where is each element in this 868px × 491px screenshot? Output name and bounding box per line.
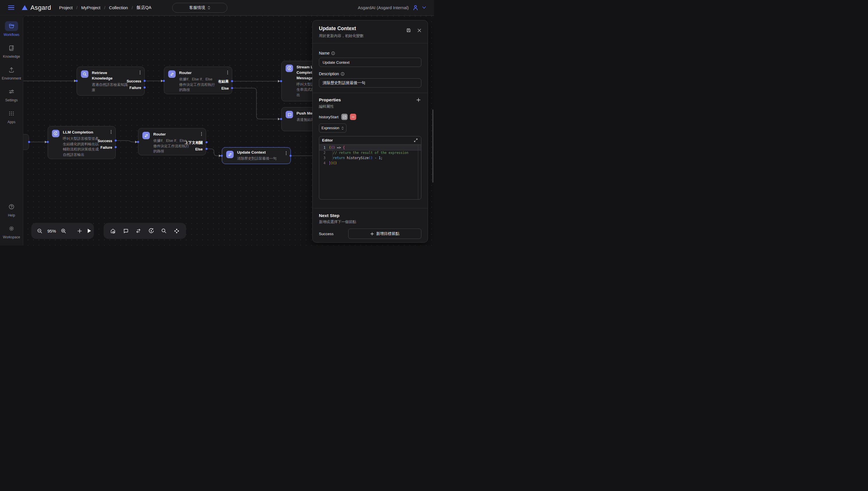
plus-icon bbox=[77, 229, 82, 233]
node-menu-icon[interactable] bbox=[201, 132, 203, 136]
app-logo[interactable]: Asgard bbox=[22, 4, 51, 11]
sidebar-item-label: Settings bbox=[5, 98, 18, 102]
add-target-node-button[interactable]: 新增目標節點 bbox=[348, 229, 421, 239]
chevron-up-down-icon bbox=[208, 6, 210, 10]
environment-selector[interactable]: 客服情境 bbox=[172, 3, 227, 12]
breadcrumb-item-myproject[interactable]: MyProject bbox=[81, 5, 100, 10]
next-step-port-label: Success bbox=[319, 232, 344, 236]
node-description: 呼叫大型語言模型並產生結構化的資料輸出以輔助流程的決策或生成自然語言輸出 bbox=[63, 136, 99, 157]
save-button[interactable] bbox=[406, 27, 412, 33]
sidebar-item-label: Apps bbox=[7, 120, 15, 124]
sidebar-item-environment[interactable]: Environment bbox=[2, 65, 21, 80]
node-offscreen-left[interactable] bbox=[23, 134, 29, 150]
code-area[interactable]: 1(() => { 2 // return the result of the … bbox=[319, 144, 421, 199]
node-update-context[interactable]: Update Context 清除歷史對話留最後一句 bbox=[222, 147, 291, 164]
remove-property-button[interactable] bbox=[350, 114, 356, 120]
llm-refresh-bulb-icon bbox=[148, 228, 154, 234]
node-menu-icon[interactable] bbox=[110, 129, 112, 134]
minus-icon bbox=[352, 115, 355, 119]
node-router-top[interactable]: Router 依據If、Else If、Else條件決定工作流程執行的路徑 有結… bbox=[164, 67, 232, 94]
info-icon[interactable] bbox=[331, 51, 335, 55]
edge-router-else-to-push bbox=[232, 88, 279, 119]
breadcrumb-item-project[interactable]: Project bbox=[59, 5, 72, 10]
breadcrumb-separator: / bbox=[77, 5, 78, 10]
sidebar-item-workspace[interactable]: Workspace bbox=[3, 224, 20, 239]
output-port-label[interactable]: Else bbox=[221, 86, 229, 91]
sidebar-item-label: Workflows bbox=[3, 33, 19, 37]
node-config-panel: Update Context 用於更新內容，初始化變數 Name bbox=[312, 20, 428, 242]
grid-icon bbox=[8, 110, 14, 117]
name-input[interactable] bbox=[319, 58, 421, 67]
node-retrieve-knowledge[interactable]: Retrieve Knowledge 透過自然語言檢索知識庫 Success F… bbox=[77, 67, 145, 96]
node-title: LLM Completion bbox=[63, 130, 95, 135]
property-type-select[interactable]: Expression bbox=[319, 123, 347, 133]
sidebar-item-help[interactable]: Help bbox=[5, 202, 18, 218]
exchange-arrows-icon bbox=[228, 152, 232, 157]
output-port-label[interactable]: Failure bbox=[100, 145, 112, 150]
node-router-bottom[interactable]: Router 依據If、Else If、Else條件決定工作流程執行的路徑 上下… bbox=[138, 128, 206, 155]
property-name: historyStart bbox=[319, 115, 338, 119]
add-llm-node-button[interactable] bbox=[148, 227, 155, 234]
output-port-label[interactable]: Success bbox=[127, 79, 141, 84]
node-menu-icon[interactable] bbox=[139, 70, 141, 75]
add-property-button[interactable] bbox=[416, 97, 421, 103]
output-port-label[interactable]: Failure bbox=[129, 86, 141, 90]
add-entry-node-button[interactable] bbox=[109, 227, 117, 235]
save-icon bbox=[406, 28, 411, 33]
breadcrumb-item-current[interactable]: 飯店QA bbox=[137, 5, 152, 10]
sidebar-item-label: Knowledge bbox=[3, 55, 20, 59]
add-special-node-button[interactable] bbox=[173, 227, 180, 235]
upload-icon bbox=[8, 67, 14, 73]
sidebar-item-apps[interactable]: Apps bbox=[5, 109, 18, 124]
output-port-label[interactable]: Else bbox=[195, 147, 203, 152]
sidebar-item-settings[interactable]: Settings bbox=[5, 87, 18, 102]
add-button[interactable] bbox=[77, 228, 83, 234]
breadcrumb-separator: / bbox=[104, 5, 106, 10]
hamburger-menu-icon[interactable] bbox=[8, 5, 14, 10]
zoom-in-button[interactable] bbox=[60, 228, 67, 234]
next-step-row: Success 新增目標節點 bbox=[319, 229, 421, 239]
editor-scrollbar[interactable] bbox=[418, 144, 418, 199]
node-menu-icon[interactable] bbox=[285, 151, 287, 155]
close-button[interactable] bbox=[417, 28, 422, 33]
expand-icon bbox=[414, 138, 418, 142]
search-icon bbox=[83, 72, 87, 76]
window-scrollbar[interactable] bbox=[432, 109, 433, 183]
add-message-node-button[interactable] bbox=[122, 227, 129, 234]
output-port-label[interactable]: 上下文相關 bbox=[185, 140, 203, 145]
node-menu-icon[interactable] bbox=[227, 70, 229, 75]
add-retrieve-node-button[interactable] bbox=[160, 227, 167, 234]
output-port-label[interactable]: Success bbox=[98, 139, 112, 143]
node-llm-completion[interactable]: LLM Completion 呼叫大型語言模型並產生結構化的資料輸出以輔助流程的… bbox=[48, 126, 116, 159]
zoom-out-icon bbox=[37, 228, 42, 234]
panel-header: Update Context 用於更新內容，初始化變數 bbox=[312, 20, 428, 44]
gear-icon bbox=[8, 225, 14, 232]
llm-refresh-bulb-icon bbox=[287, 66, 292, 70]
sidebar-item-knowledge[interactable]: Knowledge bbox=[3, 43, 20, 59]
panel-divider bbox=[312, 93, 428, 93]
description-input[interactable] bbox=[319, 78, 421, 88]
edit-property-button[interactable] bbox=[341, 114, 348, 120]
run-button[interactable] bbox=[86, 228, 92, 234]
help-circle-icon bbox=[8, 204, 14, 210]
expression-editor[interactable]: Editor 1(() => { 2 // return the result … bbox=[319, 136, 421, 200]
info-icon[interactable] bbox=[341, 72, 345, 76]
breadcrumb-item-collection[interactable]: Collection bbox=[109, 5, 128, 10]
property-type-value: Expression bbox=[322, 126, 339, 130]
sidebar: Workflows Knowledge Environment Settings bbox=[0, 16, 23, 246]
book-icon bbox=[8, 45, 14, 51]
chevron-down-icon bbox=[422, 6, 426, 9]
account-name: AsgardAI (Asgard Internal) bbox=[358, 5, 409, 10]
zoom-out-button[interactable] bbox=[36, 228, 43, 234]
node-description: 清除歷史對話留最後一句 bbox=[237, 156, 277, 162]
property-row: historyStart bbox=[319, 114, 421, 120]
add-router-node-button[interactable] bbox=[135, 227, 142, 234]
environment-selector-label: 客服情境 bbox=[189, 5, 205, 10]
output-port-label[interactable]: 有結果 bbox=[218, 79, 229, 84]
account-menu[interactable]: AsgardAI (Asgard Internal) bbox=[358, 5, 426, 11]
topbar: Asgard Project / MyProject / Collection … bbox=[0, 0, 434, 16]
zoom-toolbar: 95% bbox=[31, 223, 94, 239]
expand-editor-button[interactable] bbox=[413, 138, 418, 143]
next-step-heading: Next Step bbox=[319, 213, 421, 218]
sidebar-item-workflows[interactable]: Workflows bbox=[3, 21, 19, 37]
